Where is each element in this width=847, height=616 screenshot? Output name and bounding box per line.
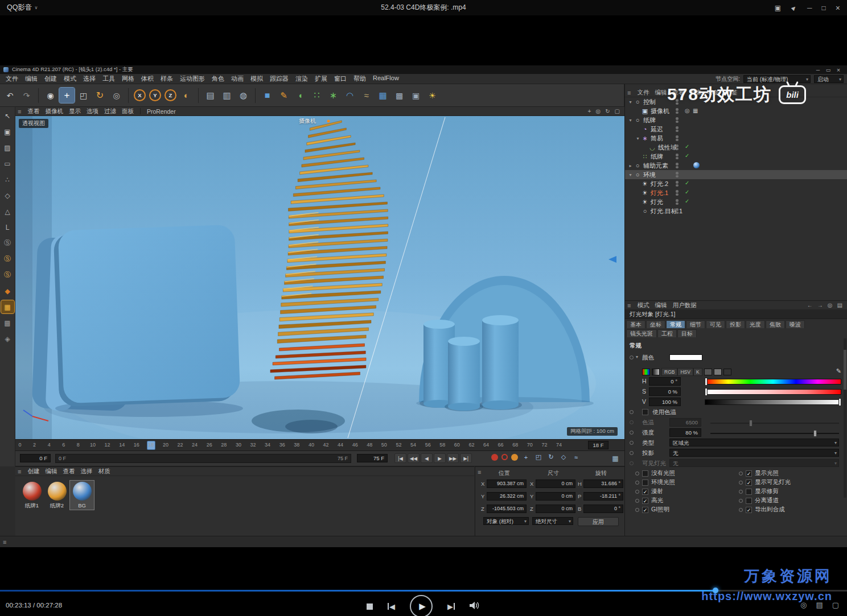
grayscale-chip-icon[interactable] (652, 369, 660, 375)
material-item[interactable]: 纸牌2 (45, 481, 69, 511)
enabled-check-icon[interactable]: ✓ (685, 143, 689, 150)
c4d-menu-item[interactable]: 文件 (2, 75, 22, 83)
visibility-dots[interactable] (676, 154, 679, 159)
object-row[interactable]: ○灯光.目标.1 (625, 206, 847, 216)
visibility-dots[interactable] (676, 163, 679, 168)
value-value-field[interactable]: 100 % (649, 398, 681, 406)
c4d-menu-item[interactable]: 创建 (41, 75, 60, 83)
enabled-check-icon[interactable]: ✓ (685, 189, 689, 195)
zoom-view-icon[interactable]: ◎ (595, 108, 601, 114)
range-start-handle[interactable]: 0 F (59, 456, 66, 461)
pin-icon[interactable]: ◎ (828, 302, 833, 308)
settings-icon[interactable]: ◎ (800, 601, 807, 609)
expand-toggle-icon[interactable]: ▾ (627, 172, 634, 177)
orbit-view-icon[interactable]: ↻ (605, 108, 610, 114)
viewport-menu-item[interactable]: 显示 (66, 108, 84, 115)
viewport-menu-item[interactable]: 摄像机 (42, 108, 66, 115)
model-mode-icon[interactable]: ▣ (1, 125, 14, 138)
color-mode-button[interactable]: HSV (677, 368, 693, 376)
record-scale-button[interactable]: ◰ (534, 453, 543, 461)
hue-slider[interactable] (705, 379, 841, 385)
mixer-chip-icon[interactable] (714, 369, 722, 375)
play-forward-button[interactable]: ▶ (434, 453, 446, 463)
param-checkbox[interactable]: 没有光照 (635, 469, 675, 477)
intensity-field[interactable]: 80 % (669, 428, 701, 437)
c4d-menu-item[interactable]: 跟踪器 (266, 75, 292, 83)
screenshot-icon[interactable]: ▣ (775, 4, 781, 12)
material-menu-item[interactable]: 材质 (95, 468, 113, 474)
attribute-tab[interactable]: 常规 (666, 320, 685, 328)
render-settings-button[interactable]: ◍ (236, 88, 251, 103)
record-pla-button[interactable]: ≈ (571, 454, 581, 461)
motion-clip-icon[interactable]: ▦ (610, 453, 621, 464)
viewport-menu-item[interactable]: 选项 (84, 108, 101, 115)
section-header[interactable]: 常规 (630, 342, 642, 350)
param-checkbox[interactable]: ✓GI照明 (635, 506, 669, 514)
object-row[interactable]: ∷纸牌✓ (625, 152, 847, 161)
c4d-menu-item[interactable]: 网格 (118, 75, 138, 83)
panel-menu-icon[interactable]: ≡ (627, 89, 631, 96)
render-picture-viewer-button[interactable]: ▥ (219, 88, 235, 103)
record-position-button[interactable]: + (521, 454, 531, 461)
hue-value-field[interactable]: 0 ° (649, 377, 681, 386)
color-temperature-field[interactable]: 6500 (669, 418, 701, 427)
viewport-menu-item[interactable]: 面板 (119, 108, 137, 115)
expand-caret-icon[interactable]: ▾ (636, 354, 638, 359)
attribute-tab[interactable]: 目标 (677, 329, 697, 337)
material-menu-item[interactable]: 选择 (77, 468, 95, 474)
lock-y-axis-button[interactable]: Y (149, 89, 161, 101)
add-cube-object-button[interactable]: ■ (260, 88, 275, 103)
size-mode-dropdown[interactable]: 绝对尺寸 (532, 517, 573, 525)
fullscreen-icon[interactable]: ▢ (832, 601, 839, 609)
viewport[interactable]: 透视视图 摄像机 网格间距 : 100 cm (15, 116, 624, 439)
enabled-check-icon[interactable]: ✓ (685, 198, 689, 204)
picker-chip-icon[interactable] (723, 369, 731, 375)
param-checkbox[interactable]: 显示修剪 (739, 487, 779, 495)
coord-value-field[interactable]: -18.211 ° (583, 492, 623, 501)
protection-tag-icon[interactable]: ▦ (693, 108, 698, 114)
object-row[interactable]: ▣摄像机◎▦ (625, 106, 847, 115)
enabled-check-icon[interactable]: ✓ (685, 152, 689, 159)
attribute-tab[interactable]: 光度 (746, 320, 765, 328)
grid-snap-icon[interactable]: ▦ (1, 300, 14, 313)
panel-menu-icon[interactable]: ≡ (627, 302, 631, 309)
material-menu-item[interactable]: 编辑 (42, 468, 60, 474)
start-frame-field[interactable]: 0 F (20, 454, 51, 462)
layout-dropdown[interactable]: 启动 (814, 75, 844, 83)
prev-key-button[interactable]: ◀◀ (408, 453, 420, 463)
c4d-menu-item[interactable]: 渲染 (292, 75, 311, 83)
goto-end-button[interactable]: ▶| (460, 453, 472, 463)
timeline-range-slider[interactable]: 0 F 75 F (55, 454, 351, 463)
attribute-tab[interactable]: 工程 (657, 329, 677, 337)
apply-button[interactable]: 应用 (578, 517, 619, 526)
pan-view-icon[interactable]: + (588, 108, 591, 114)
object-row[interactable]: ▾○环境 (625, 170, 847, 179)
c4d-menu-item[interactable]: 窗口 (331, 75, 350, 83)
color-mode-button[interactable]: K (693, 368, 702, 376)
attribute-tab[interactable]: 镜头光斑 (626, 329, 657, 337)
visible-light-dropdown[interactable]: 无 (669, 459, 839, 467)
param-checkbox[interactable]: 分离通道 (739, 497, 779, 505)
object-row[interactable]: ◔延迟 (625, 125, 847, 134)
attribute-tab[interactable]: 细节 (686, 320, 705, 328)
prorender-menu-item[interactable]: ProRender (144, 108, 179, 115)
c4d-menu-item[interactable]: 编辑 (22, 75, 41, 83)
coordinate-mode-dropdown[interactable]: 对象 (相对) (483, 517, 529, 525)
prev-frame-button[interactable]: ◀ (421, 453, 433, 463)
color-temperature-slider[interactable] (710, 423, 839, 424)
lock-z-axis-button[interactable]: Z (165, 89, 176, 101)
maximize-button[interactable]: □ (822, 4, 826, 12)
viewport-3d-scene[interactable] (15, 116, 624, 439)
viewport-menu-item[interactable]: 查看 (24, 108, 42, 115)
expand-toggle-icon[interactable]: ▾ (635, 136, 641, 141)
coord-value-field[interactable]: -1045.503 cm (487, 505, 527, 513)
expand-toggle-icon[interactable]: ▸ (627, 163, 634, 168)
points-mode-icon[interactable]: ∴ (1, 173, 14, 186)
add-deformer-button[interactable]: ◖ (293, 88, 308, 103)
record-parameter-button[interactable]: ◇ (559, 453, 568, 461)
target-tag-icon[interactable]: ◎ (685, 108, 690, 114)
goto-start-button[interactable]: |◀ (394, 453, 406, 463)
object-row[interactable]: ☀灯光.2✓ (625, 179, 847, 188)
coord-value-field[interactable]: 26.322 cm (487, 492, 527, 501)
keyframe-circle-icon[interactable] (630, 431, 634, 435)
